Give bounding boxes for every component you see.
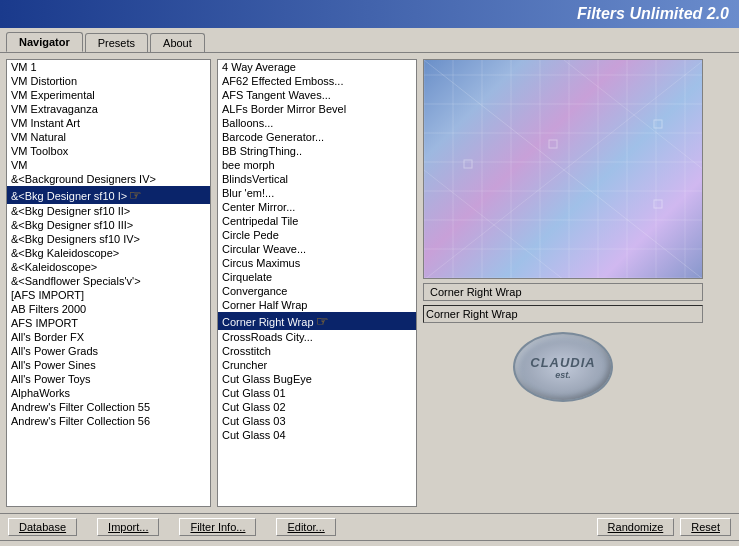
category-item[interactable]: VM Natural (7, 130, 210, 144)
category-item[interactable]: VM Distortion (7, 74, 210, 88)
filter-item[interactable]: Center Mirror... (218, 200, 416, 214)
category-item[interactable]: AFS IMPORT (7, 316, 210, 330)
category-item[interactable]: &<Background Designers IV> (7, 172, 210, 186)
category-item[interactable]: &<Bkg Designers sf10 IV> (7, 232, 210, 246)
filter-item[interactable]: Cut Glass 01 (218, 386, 416, 400)
category-item[interactable]: &<Sandflower Specials'v'> (7, 274, 210, 288)
badge-name: CLAUDIA (530, 355, 596, 370)
bottom-toolbar: Database Import... Filter Info... Editor… (0, 513, 739, 540)
categories-list-container: VM 1VM DistortionVM ExperimentalVM Extra… (7, 60, 210, 506)
category-item[interactable]: Andrew's Filter Collection 56 (7, 414, 210, 428)
category-item[interactable]: &<Bkg Designer sf10 I> ☞ (7, 186, 210, 204)
category-item[interactable]: VM 1 (7, 60, 210, 74)
filter-item[interactable]: Balloons... (218, 116, 416, 130)
filter-item[interactable]: Cirquelate (218, 270, 416, 284)
category-item[interactable]: AB Filters 2000 (7, 302, 210, 316)
filter-item[interactable]: Cruncher (218, 358, 416, 372)
category-item[interactable]: [AFS IMPORT] (7, 288, 210, 302)
category-item[interactable]: &<Bkg Designer sf10 III> (7, 218, 210, 232)
filter-item[interactable]: Corner Right Wrap ☞ (218, 312, 416, 330)
category-item[interactable]: All's Power Sines (7, 358, 210, 372)
filter-item[interactable]: Crosstitch (218, 344, 416, 358)
categories-list-scroll[interactable]: VM 1VM DistortionVM ExperimentalVM Extra… (7, 60, 210, 506)
title-bar: Filters Unlimited 2.0 (0, 0, 739, 28)
tab-presets[interactable]: Presets (85, 33, 148, 52)
filter-item[interactable]: Corner Half Wrap (218, 298, 416, 312)
filter-item[interactable]: Cut Glass BugEye (218, 372, 416, 386)
randomize-button[interactable]: Randomize (597, 518, 675, 536)
filter-item[interactable]: bee morph (218, 158, 416, 172)
tab-about[interactable]: About (150, 33, 205, 52)
filter-item[interactable]: Centripedal Tile (218, 214, 416, 228)
svg-rect-6 (654, 200, 662, 208)
category-item[interactable]: All's Power Toys (7, 372, 210, 386)
reset-button[interactable]: Reset (680, 518, 731, 536)
filter-item[interactable]: Cut Glass 04 (218, 428, 416, 442)
category-arrow-icon: ☞ (129, 187, 142, 203)
category-item[interactable]: All's Power Grads (7, 344, 210, 358)
main-content: VM 1VM DistortionVM ExperimentalVM Extra… (0, 53, 739, 513)
filter-item[interactable]: Circular Weave... (218, 242, 416, 256)
svg-rect-5 (654, 120, 662, 128)
category-item[interactable]: VM Extravaganza (7, 102, 210, 116)
category-item[interactable]: VM Instant Art (7, 116, 210, 130)
filter-info-button[interactable]: Filter Info... (179, 518, 256, 536)
filter-item[interactable]: 4 Way Average (218, 60, 416, 74)
category-item[interactable]: &<Bkg Designer sf10 II> (7, 204, 210, 218)
editor-button[interactable]: Editor... (276, 518, 335, 536)
category-item[interactable]: AlphaWorks (7, 386, 210, 400)
filter-name-display: Corner Right Wrap (423, 283, 703, 301)
svg-line-0 (424, 60, 703, 279)
filter-item[interactable]: Circus Maximus (218, 256, 416, 270)
filters-list-scroll[interactable]: 4 Way AverageAF62 Effected Emboss...AFS … (218, 60, 416, 506)
filter-item[interactable]: CrossRoads City... (218, 330, 416, 344)
tab-navigator[interactable]: Navigator (6, 32, 83, 52)
app-title: Filters Unlimited 2.0 (577, 5, 729, 23)
filter-preview (423, 59, 703, 279)
category-item[interactable]: &<Bkg Kaleidoscope> (7, 246, 210, 260)
filter-item[interactable]: Circle Pede (218, 228, 416, 242)
filter-item[interactable]: Cut Glass 02 (218, 400, 416, 414)
filters-list-container: 4 Way AverageAF62 Effected Emboss...AFS … (218, 60, 416, 506)
author-logo-area: CLAUDIA est. (423, 327, 703, 407)
database-button[interactable]: Database (8, 518, 77, 536)
status-bar: Database: ICNET-Filters Filters: 2931 ☞ … (0, 540, 739, 546)
filters-panel: 4 Way AverageAF62 Effected Emboss...AFS … (217, 59, 417, 507)
filter-item[interactable]: AFS Tangent Waves... (218, 88, 416, 102)
categories-panel: VM 1VM DistortionVM ExperimentalVM Extra… (6, 59, 211, 507)
filter-item[interactable]: Blur 'em!... (218, 186, 416, 200)
category-item[interactable]: VM Toolbox (7, 144, 210, 158)
filter-item[interactable]: BlindsVertical (218, 172, 416, 186)
filter-name-field[interactable]: Corner Right Wrap (423, 305, 703, 323)
tab-bar: Navigator Presets About (0, 28, 739, 53)
import-button[interactable]: Import... (97, 518, 159, 536)
filter-item[interactable]: BB StringThing.. (218, 144, 416, 158)
filter-item[interactable]: Cut Glass 03 (218, 414, 416, 428)
category-item[interactable]: VM (7, 158, 210, 172)
category-item[interactable]: &<Kaleidoscope> (7, 260, 210, 274)
randomize-reset-group: Randomize Reset (597, 518, 731, 536)
badge-sub: est. (555, 370, 571, 380)
svg-rect-4 (549, 140, 557, 148)
filter-item[interactable]: ALFs Border Mirror Bevel (218, 102, 416, 116)
selected-filter-name: Corner Right Wrap (430, 286, 522, 298)
svg-rect-7 (464, 160, 472, 168)
preview-panel: Corner Right Wrap Corner Right Wrap CLAU… (423, 59, 733, 507)
claudia-badge: CLAUDIA est. (513, 332, 613, 402)
filter-item[interactable]: AF62 Effected Emboss... (218, 74, 416, 88)
category-item[interactable]: All's Border FX (7, 330, 210, 344)
filter-arrow-icon: ☞ (316, 313, 329, 329)
filter-item[interactable]: Convergance (218, 284, 416, 298)
category-item[interactable]: Andrew's Filter Collection 55 (7, 400, 210, 414)
category-item[interactable]: VM Experimental (7, 88, 210, 102)
filter-item[interactable]: Barcode Generator... (218, 130, 416, 144)
